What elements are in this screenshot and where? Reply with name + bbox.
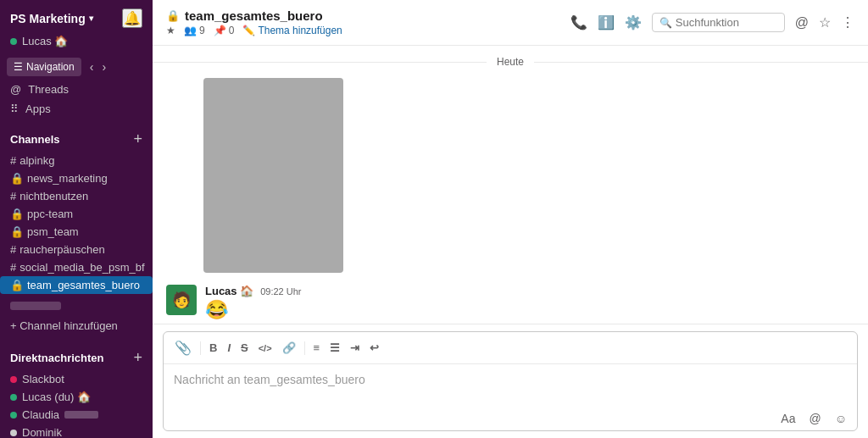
user-name-label: Lucas 🏠 [22, 35, 68, 47]
dm-name: Claudia [22, 408, 59, 421]
add-channel-icon-button[interactable]: + [133, 130, 142, 148]
channel-item-news-marketing[interactable]: 🔒 news_marketing [0, 169, 153, 187]
date-label: Heute [487, 56, 534, 68]
channel-prefix: 🔒 [10, 225, 24, 238]
nav-forward-button[interactable]: › [98, 58, 109, 75]
dm-section-header: Direktnachrichten + [0, 337, 153, 370]
channel-header: 🔒 team_gesamtes_buero ★ 👥 9 📌 0 ✏️ Thema… [153, 0, 868, 46]
members-count: 9 [199, 25, 205, 36]
input-footer: Aa @ ☺ [164, 407, 857, 430]
undo-button[interactable]: ↩ [365, 339, 383, 357]
channel-item-ppc-team[interactable]: 🔒 ppc-team [0, 205, 153, 223]
search-box[interactable]: 🔍 [652, 13, 785, 32]
ordered-list-button[interactable]: ≡ [309, 339, 325, 357]
message-content: Lucas 🏠 09:22 Uhr 😂 [205, 285, 854, 321]
workspace-name-label: PS Marketing [10, 12, 86, 25]
dm-item-lucas[interactable]: Lucas (du) 🏠 [0, 388, 153, 406]
nav-back-button[interactable]: ‹ [86, 58, 97, 75]
emoji-button[interactable]: ☺ [832, 410, 850, 427]
claudia-status-dot [10, 412, 17, 419]
message-image-placeholder [203, 78, 343, 273]
indent-button[interactable]: ⇥ [346, 339, 364, 357]
meta-members: 👥 9 [184, 25, 205, 36]
message-input[interactable]: Nachricht an team_gesamtes_buero [164, 364, 857, 407]
add-topic-button[interactable]: ✏️ Thema hinzufügen [242, 25, 342, 36]
unordered-list-button[interactable]: ☰ [326, 339, 344, 357]
channel-prefix: # [10, 154, 16, 167]
channels-section-header: Channels + [0, 119, 153, 152]
channel-title-area: 🔒 team_gesamtes_buero ★ 👥 9 📌 0 ✏️ Thema… [166, 8, 342, 36]
strikethrough-button[interactable]: S [236, 339, 253, 357]
lucas-status-dot [10, 394, 17, 401]
add-channel-label: + Channel hinzufügen [10, 319, 118, 332]
channel-prefix: 🔒 [10, 208, 24, 220]
message-header: Lucas 🏠 09:22 Uhr [205, 285, 854, 297]
channel-item-psm-team[interactable]: 🔒 psm_team [0, 223, 153, 241]
channel-item-team-gesamtes-buero[interactable]: 🔒 team_gesamtes_buero [0, 276, 153, 294]
input-toolbar: 📎 B I S </> 🔗 ≡ ☰ ⇥ ↩ [164, 332, 857, 364]
sidebar-item-threads[interactable]: @ Threads [0, 80, 153, 99]
channel-name: alpinkg [19, 154, 54, 167]
attach-button[interactable]: 📎 [170, 337, 196, 358]
channel-name: psm_team [27, 225, 79, 238]
slackbot-status-dot [10, 376, 17, 383]
link-button[interactable]: 🔗 [278, 339, 300, 357]
threads-label: Threads [28, 83, 69, 96]
dm-section-title: Direktnachrichten [10, 352, 104, 364]
add-channel-button[interactable]: + Channel hinzufügen [0, 314, 153, 337]
dm-item-claudia[interactable]: Claudia [0, 406, 153, 424]
channel-name: raucherpäuschen [19, 243, 104, 256]
channel-item-social-media[interactable]: # social_media_be_psm_bf [0, 258, 153, 276]
navigation-button[interactable]: ☰ Navigation [7, 58, 81, 76]
channel-item-alpinkg[interactable]: # alpinkg [0, 152, 153, 169]
lock-icon: 🔒 [166, 9, 180, 22]
more-button[interactable]: ⋮ [841, 14, 854, 30]
channel-name: news_marketing [27, 172, 108, 185]
dm-name: Slackbot [22, 373, 64, 385]
channel-prefix: 🔒 [10, 279, 24, 291]
edit-icon: ✏️ [242, 25, 255, 36]
at-button[interactable]: @ [795, 15, 809, 30]
dm-name: Lucas (du) 🏠 [22, 391, 91, 403]
channel-prefix: # [10, 261, 16, 274]
add-topic-label: Thema hinzufügen [258, 25, 342, 36]
input-area: 📎 B I S </> 🔗 ≡ ☰ ⇥ ↩ Nachricht an team_… [153, 324, 868, 438]
search-input[interactable] [676, 16, 777, 29]
code-button[interactable]: </> [254, 341, 276, 356]
dm-item-slackbot[interactable]: Slackbot [0, 370, 153, 388]
pins-count: 0 [229, 25, 235, 36]
apps-label: Apps [25, 103, 51, 115]
apps-icon: ⠿ [10, 103, 19, 115]
nav-arrows: ‹ › [86, 58, 109, 75]
add-dm-icon-button[interactable]: + [133, 349, 142, 367]
star-button[interactable]: ☆ [819, 14, 831, 30]
channel-item-raucherpäuschen[interactable]: # raucherpäuschen [0, 241, 153, 258]
workspace-chevron-icon: ▾ [89, 14, 93, 23]
bold-button[interactable]: B [205, 339, 221, 357]
meta-star: ★ [166, 25, 175, 36]
search-icon: 🔍 [659, 17, 672, 29]
sidebar-item-apps[interactable]: ⠿ Apps [0, 99, 153, 119]
dm-item-dominik[interactable]: Dominik [0, 424, 153, 438]
settings-button[interactable]: ⚙️ [625, 14, 642, 30]
phone-button[interactable]: 📞 [570, 14, 587, 30]
aa-button[interactable]: Aa [777, 410, 798, 427]
sidebar-scroll: @ Threads ⠿ Apps Channels + # alpinkg 🔒 … [0, 80, 153, 438]
main-content: 🔒 team_gesamtes_buero ★ 👥 9 📌 0 ✏️ Thema… [153, 0, 868, 438]
toolbar-separator [304, 341, 305, 355]
info-button[interactable]: ℹ️ [598, 14, 615, 30]
italic-button[interactable]: I [223, 339, 235, 357]
channel-title: 🔒 team_gesamtes_buero [166, 8, 342, 23]
nav-icon: ☰ [14, 61, 23, 73]
workspace-name[interactable]: PS Marketing ▾ [10, 12, 93, 25]
notifications-button[interactable]: 🔔 [122, 8, 142, 28]
channels-section-title: Channels [10, 133, 60, 146]
at-mention-button[interactable]: @ [805, 410, 824, 427]
nav-label: Navigation [26, 61, 75, 73]
channel-name: social_media_be_psm_bf [19, 261, 144, 274]
channel-meta: ★ 👥 9 📌 0 ✏️ Thema hinzufügen [166, 25, 342, 36]
channel-prefix: 🔒 [10, 172, 24, 185]
header-actions: 📞 ℹ️ ⚙️ 🔍 @ ☆ ⋮ [570, 13, 854, 32]
channel-item-nichtbenutzen[interactable]: # nichtbenutzen [0, 187, 153, 205]
sidebar-header: PS Marketing ▾ 🔔 [0, 0, 153, 33]
